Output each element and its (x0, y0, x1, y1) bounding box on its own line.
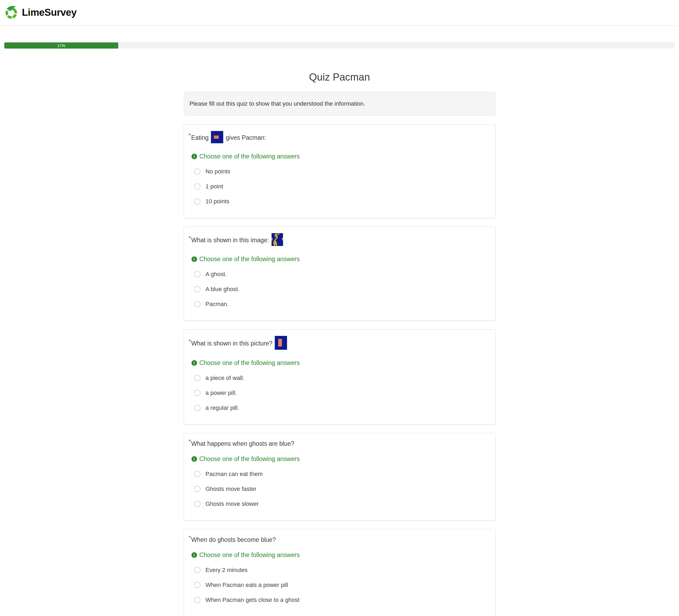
page-title: Quiz Pacman (184, 71, 495, 83)
option-label[interactable]: When Pacman eats a power pill (205, 582, 288, 588)
exclamation-circle-icon: ! (191, 552, 197, 558)
option-label[interactable]: a regular pill. (205, 405, 239, 411)
exclamation-circle-icon: ! (191, 456, 197, 462)
required-asterisk: * (189, 438, 191, 445)
question-1-text-after: gives Pacman: (226, 134, 266, 141)
limesurvey-logo-icon (5, 4, 21, 21)
option-row[interactable]: A blue ghost. (188, 286, 489, 293)
question-3-options: a piece of wall. a power pill. a regular… (188, 375, 489, 411)
hint-label: Choose one of the following answers (199, 455, 300, 463)
radio-button[interactable] (194, 567, 200, 573)
option-row[interactable]: Pacman can eat them (188, 471, 489, 478)
option-label[interactable]: 1 point (205, 183, 223, 190)
question-4-hint: ! Choose one of the following answers (188, 455, 489, 463)
radio-button[interactable] (194, 405, 200, 411)
question-card-4: *What happens when ghosts are blue? ! Ch… (184, 433, 495, 520)
question-4-text: What happens when ghosts are blue? (191, 440, 294, 447)
question-5-title: *When do ghosts become blue? (188, 536, 489, 544)
question-5-text: When do ghosts become blue? (191, 536, 276, 543)
option-label[interactable]: Pacman. (205, 301, 229, 308)
question-4-title: *What happens when ghosts are blue? (188, 440, 489, 448)
question-2-text-before: What is shown in this image: (191, 237, 269, 244)
question-card-2: *What is shown in this image: ! Choose o… (184, 227, 495, 321)
exclamation-circle-icon: ! (191, 360, 197, 366)
question-3-text-before: What is shown in this picture? (191, 340, 272, 347)
question-2-hint: ! Choose one of the following answers (188, 255, 489, 263)
question-5-hint: ! Choose one of the following answers (188, 551, 489, 559)
hint-label: Choose one of the following answers (199, 551, 300, 559)
radio-button[interactable] (194, 471, 200, 477)
radio-button[interactable] (194, 286, 200, 293)
option-row[interactable]: a power pill. (188, 389, 489, 397)
regular-pill-image (211, 138, 223, 145)
limesurvey-logo[interactable]: LimeSurvey (5, 4, 77, 21)
radio-button[interactable] (194, 597, 200, 603)
top-header: LimeSurvey (0, 0, 679, 25)
radio-button[interactable] (194, 198, 200, 205)
limesurvey-logo-text: LimeSurvey (22, 7, 77, 18)
radio-button[interactable] (194, 168, 200, 175)
option-row[interactable]: Pacman. (188, 301, 489, 308)
question-3-hint: ! Choose one of the following answers (188, 360, 489, 367)
radio-button[interactable] (194, 183, 200, 190)
hint-label: Choose one of the following answers (199, 255, 300, 263)
required-asterisk: * (189, 235, 191, 241)
exclamation-circle-icon: ! (191, 154, 197, 159)
question-card-1: *Eatinggives Pacman: ! Choose one of the… (184, 124, 495, 218)
option-row[interactable]: No points (188, 168, 489, 175)
option-row[interactable]: 10 points (188, 198, 489, 205)
question-card-5: *When do ghosts become blue? ! Choose on… (184, 529, 495, 616)
option-row[interactable]: When Pacman gets close to a ghost (188, 596, 489, 604)
hint-label: Choose one of the following answers (199, 153, 300, 160)
radio-button[interactable] (194, 582, 200, 588)
option-label[interactable]: Ghosts move faster (205, 485, 257, 492)
radio-button[interactable] (194, 271, 200, 277)
question-2-title: *What is shown in this image: (188, 233, 489, 248)
option-label[interactable]: a piece of wall. (205, 375, 245, 381)
required-asterisk: * (189, 132, 191, 139)
radio-button[interactable] (194, 375, 200, 381)
question-card-3: *What is shown in this picture? ! Choose… (184, 329, 495, 424)
option-row[interactable]: a regular pill. (188, 405, 489, 411)
option-label[interactable]: Pacman can eat them (205, 471, 263, 478)
question-4-options: Pacman can eat them Ghosts move faster G… (188, 471, 489, 507)
option-label[interactable]: No points (205, 168, 230, 175)
option-row[interactable]: 1 point (188, 183, 489, 190)
question-2-options: A ghost. A blue ghost. Pacman. (188, 271, 489, 308)
survey-main-column: Quiz Pacman Please fill out this quiz to… (184, 71, 495, 616)
option-row[interactable]: Ghosts move faster (188, 485, 489, 492)
exclamation-circle-icon: ! (191, 256, 197, 262)
option-label[interactable]: A ghost. (205, 271, 227, 278)
option-label[interactable]: a power pill. (205, 389, 237, 397)
question-1-options: No points 1 point 10 points (188, 168, 489, 205)
hint-label: Choose one of the following answers (199, 360, 300, 367)
question-3-title: *What is shown in this picture? (188, 336, 489, 352)
progress-bar-fill: 17% (4, 42, 118, 48)
question-1-text-before: Eating (191, 134, 208, 141)
option-row[interactable]: a piece of wall. (188, 375, 489, 381)
question-1-hint: ! Choose one of the following answers (188, 153, 489, 160)
option-label[interactable]: Every 2 minutes (205, 567, 248, 574)
option-label[interactable]: 10 points (205, 198, 229, 205)
radio-button[interactable] (194, 301, 200, 307)
ghost-sprite-image (271, 240, 283, 247)
question-5-options: Every 2 minutes When Pacman eats a power… (188, 567, 489, 604)
option-label[interactable]: A blue ghost. (205, 286, 239, 293)
option-row[interactable]: A ghost. (188, 271, 489, 278)
option-row[interactable]: Ghosts move slower (188, 501, 489, 507)
survey-instructions-box: Please fill out this quiz to show that y… (184, 92, 495, 116)
required-asterisk: * (189, 338, 191, 345)
option-row[interactable]: Every 2 minutes (188, 567, 489, 574)
radio-button[interactable] (194, 486, 200, 492)
radio-button[interactable] (194, 501, 200, 507)
question-1-title: *Eatinggives Pacman: (188, 131, 489, 145)
survey-instructions-text: Please fill out this quiz to show that y… (190, 100, 365, 107)
option-row[interactable]: When Pacman eats a power pill (188, 582, 489, 588)
power-pill-image (275, 344, 287, 351)
option-label[interactable]: When Pacman gets close to a ghost (205, 596, 299, 604)
required-asterisk: * (189, 534, 191, 541)
radio-button[interactable] (194, 390, 200, 396)
option-label[interactable]: Ghosts move slower (205, 501, 259, 507)
progress-percent-label: 17% (57, 43, 65, 48)
progress-bar-track: 17% (4, 42, 675, 48)
